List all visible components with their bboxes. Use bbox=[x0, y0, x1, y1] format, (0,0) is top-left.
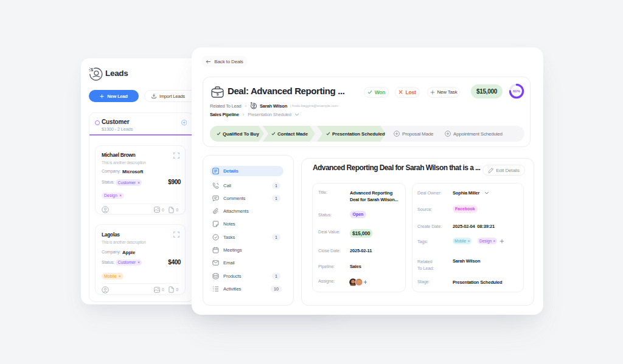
svg-text:$: $ bbox=[251, 102, 252, 105]
svg-text:$: $ bbox=[91, 67, 94, 72]
svg-text:60%: 60% bbox=[513, 89, 521, 93]
svg-text:$: $ bbox=[217, 92, 219, 97]
